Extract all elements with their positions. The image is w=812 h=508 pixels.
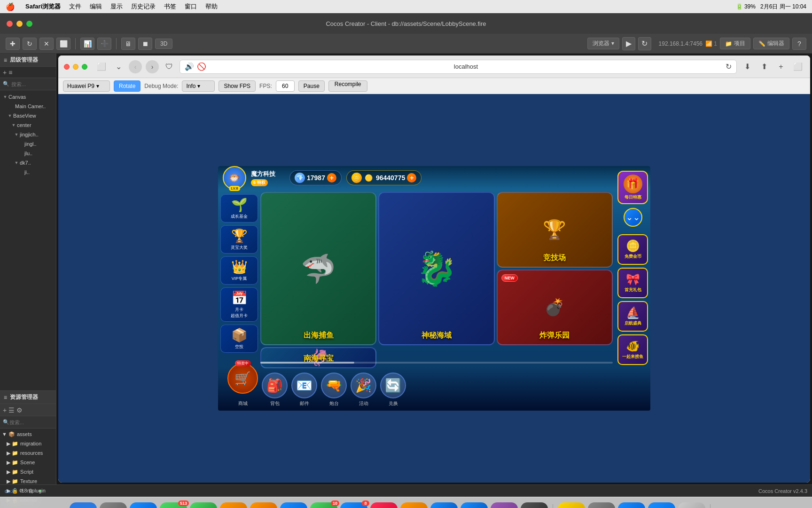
dock-display[interactable]: 🖥: [521, 502, 548, 508]
asset-list-icon[interactable]: ☰: [8, 406, 15, 414]
daily-expand-btn[interactable]: ⌄⌄: [624, 208, 642, 227]
dock-writer[interactable]: ✏️: [678, 502, 705, 508]
airdrop-btn[interactable]: 📦 空投: [220, 325, 258, 353]
menu-file[interactable]: 文件: [69, 2, 81, 11]
asset-item-resources[interactable]: ▶ 📁 resources: [0, 448, 56, 458]
tree-item-jingjich[interactable]: ▼ jingjich..: [0, 130, 56, 139]
dock-podcast[interactable]: 🎙: [491, 502, 518, 508]
asset-add-icon[interactable]: +: [3, 406, 7, 414]
dock-baidu[interactable]: ☁️: [461, 502, 488, 508]
together-btn[interactable]: 🐠 一起来捞鱼: [617, 334, 648, 365]
dock-qq[interactable]: 🐧 8: [340, 502, 367, 508]
mail-nav-item[interactable]: 📧 邮件: [291, 373, 317, 407]
gold-add-btn[interactable]: +: [407, 173, 416, 183]
free-coins-btn[interactable]: 🪙 免费金币: [617, 234, 648, 265]
dock-safari[interactable]: 🧭: [130, 502, 157, 508]
asset-search-input[interactable]: [9, 420, 53, 425]
hierarchy-search-input[interactable]: [11, 81, 53, 87]
toolbar-editor-btn[interactable]: ✏️ 编辑器: [753, 38, 789, 49]
game-card-dragon[interactable]: 🐉 神秘海域: [378, 192, 494, 345]
device-select[interactable]: Huawei P9 ▾: [63, 80, 110, 92]
safari-back-btn[interactable]: ‹: [129, 60, 142, 73]
toolbar-frame-btn[interactable]: ⬜: [56, 38, 70, 50]
game-card-arena[interactable]: 🏆 竞技场: [497, 192, 613, 268]
menu-help[interactable]: 帮助: [205, 2, 218, 11]
menu-history[interactable]: 历史记录: [131, 2, 156, 11]
asset-item-scene[interactable]: ▶ 📁 Scene: [0, 458, 56, 467]
toolbar-play-btn[interactable]: ▶: [622, 37, 635, 50]
dock-settings[interactable]: ⚙️: [588, 502, 615, 508]
toolbar-browser-btn[interactable]: 浏览器 ▾: [587, 38, 619, 49]
toolbar-stop-btn[interactable]: ⏹: [138, 38, 152, 50]
safari-newtab-icon[interactable]: +: [774, 60, 788, 73]
toolbar-plus-btn[interactable]: ➕: [97, 38, 111, 50]
growth-fund-btn[interactable]: 🌱 成长基金: [220, 194, 258, 222]
dock-source[interactable]: 🛠: [400, 502, 428, 508]
asset-item-assets[interactable]: ▼ 📦 assets: [0, 429, 56, 439]
safari-download-icon[interactable]: ⬇: [741, 60, 754, 73]
toolbar-3d-btn[interactable]: 3D: [155, 39, 172, 49]
menu-window[interactable]: 窗口: [185, 2, 197, 11]
tree-item-center[interactable]: ▼ center: [0, 120, 56, 130]
safari-sidebar-toggle[interactable]: ⬜: [95, 60, 108, 73]
asset-item-texture[interactable]: ▶ 📁 Texture: [0, 476, 56, 486]
dock-launchpad[interactable]: ⊞: [100, 502, 127, 508]
minimize-button[interactable]: [16, 21, 23, 27]
toolbar-screen-btn[interactable]: 🖥: [121, 38, 135, 50]
safari-minimize-btn[interactable]: [73, 64, 78, 70]
dock-play[interactable]: ▶: [280, 502, 307, 508]
dock-photos[interactable]: 🌸: [220, 502, 247, 508]
safari-audio-icon[interactable]: 🔊: [185, 62, 194, 71]
menu-edit[interactable]: 编辑: [90, 2, 102, 11]
safari-close-btn[interactable]: [64, 64, 70, 70]
toolbar-project-btn[interactable]: 📁 项目: [720, 38, 750, 49]
dock-appstore[interactable]: 📱: [430, 502, 458, 508]
close-button[interactable]: [7, 21, 13, 27]
tree-item-baseview[interactable]: ▼ BaseView: [0, 111, 56, 120]
pause-btn[interactable]: Pause: [298, 80, 325, 92]
game-scrollbar[interactable]: [260, 362, 613, 364]
tree-item-maincamera[interactable]: Main Camer..: [0, 102, 56, 111]
exchange-nav-item[interactable]: 🔄 兑换: [380, 373, 406, 407]
game-scrollbar-thumb[interactable]: [260, 362, 354, 364]
menu-app-name[interactable]: Safari浏览器: [25, 2, 61, 11]
dock-drop1[interactable]: 💧: [618, 502, 645, 508]
vip-btn[interactable]: 👑 VIP专属: [220, 256, 258, 285]
debug-mode-select[interactable]: Info ▾: [182, 80, 215, 92]
tree-item-dk7[interactable]: ▼ dk7..: [0, 158, 56, 167]
toolbar-chart-btn[interactable]: 📊: [80, 38, 94, 50]
safari-tabs-icon[interactable]: ⬜: [791, 60, 804, 73]
toolbar-help-btn[interactable]: ?: [792, 38, 806, 50]
monthly-btn[interactable]: 📅 月卡超值月卡: [220, 287, 258, 322]
safari-address-bar[interactable]: 🔊 🚫 localhost ↻: [180, 60, 737, 74]
dock-messages[interactable]: 💬 513: [160, 502, 187, 508]
dock-contacts[interactable]: 📮: [250, 502, 277, 508]
dock-notes[interactable]: 📝: [558, 502, 585, 508]
safari-block-icon[interactable]: 🚫: [197, 62, 206, 71]
recompile-btn[interactable]: Recompile: [328, 80, 367, 92]
game-card-bomb[interactable]: NEW 💣 炸弹乐园: [497, 270, 613, 345]
bag-nav-item[interactable]: 🎒 背包: [262, 373, 288, 407]
dock-drop2[interactable]: 💧: [648, 502, 675, 508]
safari-share-icon[interactable]: ⬆: [757, 60, 771, 73]
dock-maps[interactable]: 🗺: [190, 502, 217, 508]
apple-logo-icon[interactable]: 🍎: [6, 2, 15, 11]
game-card-fish[interactable]: 🦈 出海捕鱼: [260, 192, 376, 345]
asset-filter-icon[interactable]: ⚙: [16, 406, 23, 414]
game-card-south[interactable]: 🦑 南海寻宝: [260, 347, 376, 368]
first-gift-btn[interactable]: 🎀 首充礼包: [617, 268, 648, 298]
hierarchy-menu-icon[interactable]: ≡: [4, 57, 7, 64]
hierarchy-sort-icon[interactable]: ≡: [8, 69, 12, 76]
launch-btn[interactable]: ⛵ 启航盛典: [617, 301, 648, 332]
dock-music[interactable]: ❤️: [370, 502, 398, 508]
asset-item-migration[interactable]: ▶ 📁 migration: [0, 439, 56, 448]
rotate-btn[interactable]: Rotate: [114, 80, 141, 92]
safari-refresh-icon[interactable]: ↻: [726, 62, 732, 71]
hierarchy-add-icon[interactable]: +: [3, 69, 7, 76]
show-fps-btn[interactable]: Show FPS: [219, 80, 256, 92]
tree-item-ji[interactable]: ji..: [0, 167, 56, 177]
toolbar-refresh2-btn[interactable]: ↻: [638, 37, 651, 50]
maximize-button[interactable]: [26, 21, 32, 27]
toolbar-close-btn[interactable]: ✕: [39, 38, 54, 50]
tree-item-canvas[interactable]: ▼ Canvas: [0, 92, 56, 102]
